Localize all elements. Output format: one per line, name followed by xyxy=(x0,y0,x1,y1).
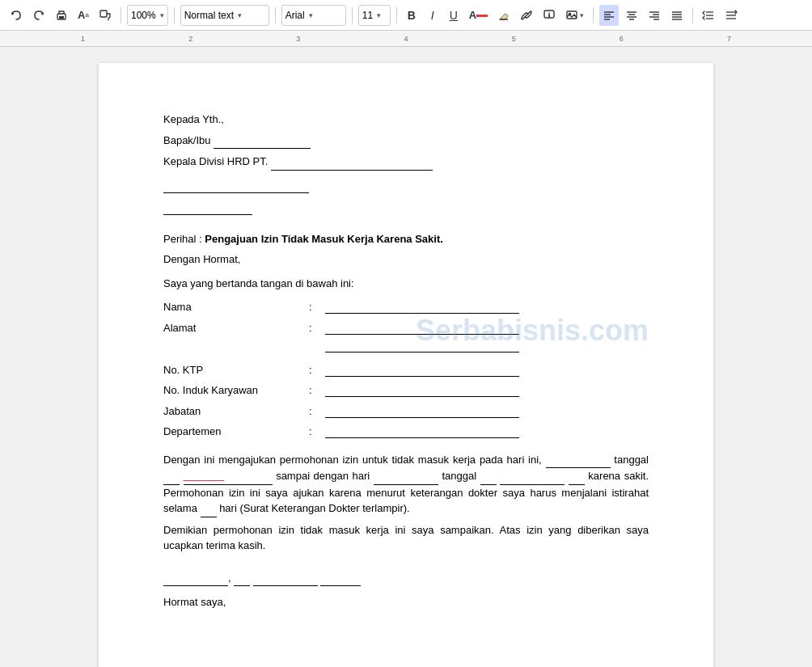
document-content: Kepada Yth., Bapak/Ibu Kepala Divisi HRD… xyxy=(163,112,649,667)
intro: Saya yang bertanda tangan di bawah ini: xyxy=(163,276,649,292)
divider-7 xyxy=(692,7,693,23)
alamat-underline2 xyxy=(325,338,519,352)
zoom-select[interactable]: 100% ▾ xyxy=(127,5,168,26)
greeting: Dengan Hormat, xyxy=(163,251,649,268)
italic-button[interactable]: I xyxy=(424,5,442,26)
justify-button[interactable] xyxy=(667,5,687,26)
field-nama: Nama : xyxy=(163,299,649,315)
address-line1 xyxy=(163,177,649,194)
recipient-name-field xyxy=(214,133,311,150)
recipient-line1: Bapak/Ibu xyxy=(163,133,649,150)
font-chevron: ▾ xyxy=(309,11,313,19)
field-alamat: Alamat : xyxy=(163,320,649,352)
divider-6 xyxy=(593,7,594,23)
zoom-chevron: ▾ xyxy=(160,11,164,19)
style-value: Normal text xyxy=(184,10,234,21)
nik-underline xyxy=(325,382,519,397)
zoom-value: 100% xyxy=(131,10,156,21)
font-value: Arial xyxy=(285,10,305,21)
underline-button[interactable]: U xyxy=(445,5,463,26)
closing: Hormat saya, xyxy=(163,594,649,610)
align-left-button[interactable] xyxy=(599,5,619,26)
style-chevron: ▾ xyxy=(238,11,242,19)
add-comment-button[interactable] xyxy=(539,5,559,26)
field-noktp: No. KTP : xyxy=(163,362,649,378)
image-button[interactable]: ▾ xyxy=(562,5,587,26)
signature-area: , Hormat saya, xyxy=(163,570,649,668)
bold-button[interactable]: B xyxy=(403,5,421,26)
fontsize-chevron: ▾ xyxy=(377,11,381,19)
body-paragraph-1: Dengan ini mengajukan permohonan izin un… xyxy=(163,452,649,517)
address-line2 xyxy=(163,198,649,215)
paint-format-button[interactable] xyxy=(95,5,115,26)
jabatan-underline xyxy=(325,403,519,418)
divider-5 xyxy=(396,7,397,23)
toolbar: A a 100% ▾ Normal text ▾ Arial ▾ 11 ▾ B … xyxy=(0,0,812,31)
document-area: Serbabisnis.com Kepada Yth., Bapak/Ibu K… xyxy=(0,47,812,667)
svg-rect-1 xyxy=(59,16,64,19)
highlight-button[interactable] xyxy=(494,5,514,26)
signature-line xyxy=(163,659,649,668)
body-paragraph-2: Demikian permohonan izin tidak masuk ker… xyxy=(163,522,649,554)
salutation: Kepada Yth., xyxy=(163,112,649,128)
divider-4 xyxy=(352,7,353,23)
line-spacing-button[interactable] xyxy=(699,5,718,26)
nama-underline xyxy=(325,299,519,314)
svg-point-7 xyxy=(549,15,550,16)
print-button[interactable] xyxy=(52,5,71,26)
recipient-line2: Kepala Divisi HRD PT. xyxy=(163,154,649,171)
place-date: , xyxy=(163,570,649,587)
svg-line-4 xyxy=(525,14,528,17)
alamat-underline1 xyxy=(325,320,519,335)
align-right-button[interactable] xyxy=(645,5,664,26)
field-nik: No. Induk Karyawan : xyxy=(163,382,649,399)
address-field1 xyxy=(163,177,309,194)
address-field2 xyxy=(163,198,252,215)
form-table: Nama : Alamat : xyxy=(163,299,649,440)
more-options-button[interactable] xyxy=(721,5,741,26)
svg-rect-2 xyxy=(100,11,107,17)
align-center-button[interactable] xyxy=(622,5,641,26)
undo-button[interactable] xyxy=(6,5,26,26)
divider-1 xyxy=(121,7,121,23)
noktp-underline xyxy=(325,362,519,377)
fontsize-value: 11 xyxy=(362,10,373,21)
field-jabatan: Jabatan : xyxy=(163,403,649,420)
subject-line: Perihal : Pengajuan Izin Tidak Masuk Ker… xyxy=(163,231,649,247)
font-select[interactable]: Arial ▾ xyxy=(281,5,346,26)
spellcheck-button[interactable]: A a xyxy=(74,5,92,26)
page: Serbabisnis.com Kepada Yth., Bapak/Ibu K… xyxy=(99,63,713,667)
ruler: 1234567 xyxy=(0,31,812,47)
company-field xyxy=(271,154,433,171)
fontsize-select[interactable]: 11 ▾ xyxy=(358,5,391,26)
divider-2 xyxy=(174,7,175,23)
style-select[interactable]: Normal text ▾ xyxy=(180,5,269,26)
link-button[interactable] xyxy=(517,5,536,26)
redo-button[interactable] xyxy=(29,5,49,26)
text-color-button[interactable]: A xyxy=(466,5,491,26)
divider-3 xyxy=(275,7,276,23)
departemen-underline xyxy=(325,424,519,438)
field-departemen: Departemen : xyxy=(163,424,649,440)
